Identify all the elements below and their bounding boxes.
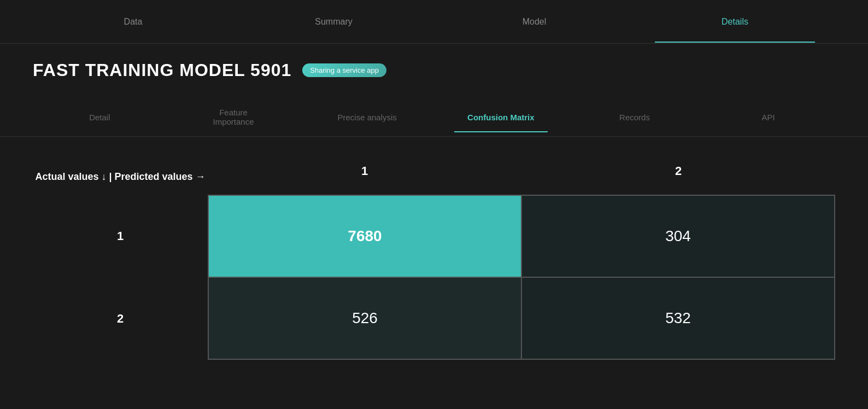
sub-navigation: Detail Feature Importance Precise analys… bbox=[0, 97, 868, 137]
main-content: Actual values ↓ | Predicted values → 1 2… bbox=[0, 137, 868, 387]
subnav-records[interactable]: Records bbox=[568, 102, 702, 132]
matrix-row-2: 526 532 bbox=[208, 277, 835, 359]
matrix-grid: 7680 304 526 532 bbox=[208, 195, 835, 360]
subnav-confusion-matrix[interactable]: Confusion Matrix bbox=[434, 102, 568, 132]
tab-details[interactable]: Details bbox=[635, 2, 835, 42]
axis-label: Actual values ↓ | Predicted values → bbox=[33, 170, 208, 184]
page-title: FAST TRAINING MODEL 5901 bbox=[33, 60, 291, 80]
subnav-precise-analysis[interactable]: Precise analysis bbox=[300, 102, 434, 132]
sharing-badge: Sharing a service app bbox=[302, 63, 386, 77]
top-navigation: Data Summary Model Details bbox=[0, 0, 868, 44]
page-header: FAST TRAINING MODEL 5901 Sharing a servi… bbox=[0, 44, 868, 91]
row-label-2: 2 bbox=[33, 277, 208, 360]
subnav-api[interactable]: API bbox=[701, 102, 835, 132]
matrix-header-row: Actual values ↓ | Predicted values → 1 2 bbox=[33, 164, 835, 184]
subnav-detail[interactable]: Detail bbox=[33, 102, 167, 132]
col-headers: 1 2 bbox=[208, 164, 835, 184]
matrix-cell-2-1: 526 bbox=[208, 277, 521, 359]
tab-data[interactable]: Data bbox=[33, 2, 233, 42]
matrix-row-1: 7680 304 bbox=[208, 195, 835, 277]
matrix-cell-2-2: 532 bbox=[521, 277, 835, 359]
matrix-cell-1-1: 7680 bbox=[208, 195, 521, 277]
col-header-1: 1 bbox=[208, 164, 521, 184]
subnav-feature-importance[interactable]: Feature Importance bbox=[167, 97, 301, 136]
tab-summary[interactable]: Summary bbox=[233, 2, 434, 42]
confusion-matrix-container: Actual values ↓ | Predicted values → 1 2… bbox=[33, 164, 835, 360]
matrix-cell-1-2: 304 bbox=[521, 195, 835, 277]
row-labels: 1 2 bbox=[33, 195, 208, 360]
matrix-body: 1 2 7680 304 526 532 bbox=[33, 195, 835, 360]
tab-model[interactable]: Model bbox=[434, 2, 635, 42]
row-label-1: 1 bbox=[33, 195, 208, 277]
col-header-2: 2 bbox=[521, 164, 835, 184]
